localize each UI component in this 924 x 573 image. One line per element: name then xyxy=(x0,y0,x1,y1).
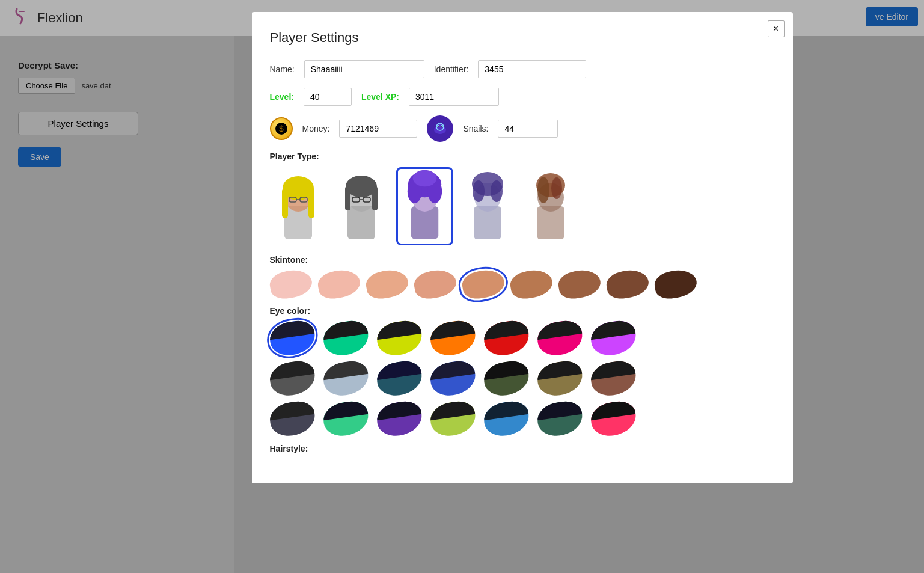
snail-icon xyxy=(427,115,453,142)
eye-color-swatch-2-2[interactable] xyxy=(375,399,424,438)
level-xp-label: Level XP: xyxy=(361,92,399,102)
eye-color-swatch-2-5[interactable] xyxy=(535,399,584,438)
eye-color-swatch-1-0[interactable] xyxy=(268,359,317,398)
money-snails-row: $ Money: Snails: xyxy=(270,115,775,142)
eye-color-label: Eye color: xyxy=(270,306,775,316)
skintone-swatch-6[interactable] xyxy=(556,267,602,301)
skintone-swatch-0[interactable] xyxy=(268,267,314,301)
svg-point-29 xyxy=(412,170,436,187)
svg-point-34 xyxy=(491,180,503,202)
characters-row xyxy=(270,167,775,245)
svg-point-33 xyxy=(473,180,485,202)
player-type-label: Player Type: xyxy=(270,152,775,161)
hairstyle-label: Hairstyle: xyxy=(270,444,775,453)
svg-point-38 xyxy=(537,177,549,203)
character-option-2[interactable] xyxy=(333,167,390,245)
snails-label: Snails: xyxy=(463,124,488,133)
svg-rect-20 xyxy=(372,186,378,210)
skintone-swatch-5[interactable] xyxy=(508,267,554,301)
skintone-swatches xyxy=(270,271,775,298)
eye-color-swatch-0-4[interactable] xyxy=(482,319,531,358)
eye-color-swatch-0-0[interactable] xyxy=(268,319,317,358)
eye-color-row-1 xyxy=(270,362,775,395)
skintone-swatch-4[interactable] xyxy=(460,267,506,301)
eye-color-swatch-2-4[interactable] xyxy=(482,399,531,438)
eye-color-swatch-0-6[interactable] xyxy=(589,319,638,358)
eye-color-swatch-1-1[interactable] xyxy=(321,359,370,398)
level-row: Level: Level XP: xyxy=(270,88,775,106)
money-input[interactable] xyxy=(339,120,417,138)
modal-close-button[interactable]: × xyxy=(768,20,785,37)
svg-text:$: $ xyxy=(279,124,284,133)
skintone-swatch-8[interactable] xyxy=(652,267,699,301)
eye-color-swatch-1-3[interactable] xyxy=(428,359,477,398)
name-input[interactable] xyxy=(304,60,424,78)
svg-point-7 xyxy=(441,126,442,127)
eye-color-swatch-2-1[interactable] xyxy=(321,399,370,438)
character-option-3[interactable] xyxy=(396,167,453,245)
skintone-label: Skintone: xyxy=(270,255,775,265)
eye-color-swatch-2-6[interactable] xyxy=(589,399,638,438)
eye-color-swatch-2-3[interactable] xyxy=(428,399,477,438)
character-option-1[interactable] xyxy=(270,167,327,245)
svg-point-6 xyxy=(438,126,439,127)
name-identifier-row: Name: Identifier: xyxy=(270,60,775,78)
eye-color-row-2 xyxy=(270,402,775,435)
eye-color-swatch-0-2[interactable] xyxy=(375,319,424,358)
name-label: Name: xyxy=(270,64,295,74)
modal-title: Player Settings xyxy=(270,30,775,46)
level-input[interactable] xyxy=(304,88,352,106)
eye-color-swatches xyxy=(270,322,775,435)
eye-color-swatch-0-1[interactable] xyxy=(321,319,370,358)
level-label: Level: xyxy=(270,92,294,102)
money-label: Money: xyxy=(302,124,330,133)
svg-point-39 xyxy=(551,177,562,199)
identifier-input[interactable] xyxy=(478,60,586,78)
eye-color-swatch-1-6[interactable] xyxy=(589,359,638,398)
eye-color-swatch-1-2[interactable] xyxy=(375,359,424,398)
snails-input[interactable] xyxy=(498,120,558,138)
eye-color-swatch-1-5[interactable] xyxy=(535,359,584,398)
coin-icon: $ xyxy=(270,117,293,140)
eye-color-row-0 xyxy=(270,322,775,355)
eye-color-swatch-0-3[interactable] xyxy=(428,319,477,358)
svg-rect-12 xyxy=(308,188,314,218)
modal-overlay: Player Settings × Name: Identifier: Leve… xyxy=(0,0,924,573)
identifier-label: Identifier: xyxy=(434,64,469,74)
character-option-4[interactable] xyxy=(459,167,516,245)
eye-color-swatch-1-4[interactable] xyxy=(482,359,531,398)
svg-rect-19 xyxy=(345,186,350,210)
skintone-swatch-7[interactable] xyxy=(604,267,650,301)
skintone-swatch-3[interactable] xyxy=(412,267,458,301)
character-option-5[interactable] xyxy=(522,167,580,245)
player-settings-modal: Player Settings × Name: Identifier: Leve… xyxy=(252,12,793,483)
eye-color-swatch-2-0[interactable] xyxy=(268,399,317,438)
skintone-swatch-1[interactable] xyxy=(316,267,362,301)
eye-color-swatch-0-5[interactable] xyxy=(535,319,584,358)
skintone-swatch-2[interactable] xyxy=(364,267,410,301)
svg-rect-11 xyxy=(282,188,288,218)
level-xp-input[interactable] xyxy=(409,88,499,106)
